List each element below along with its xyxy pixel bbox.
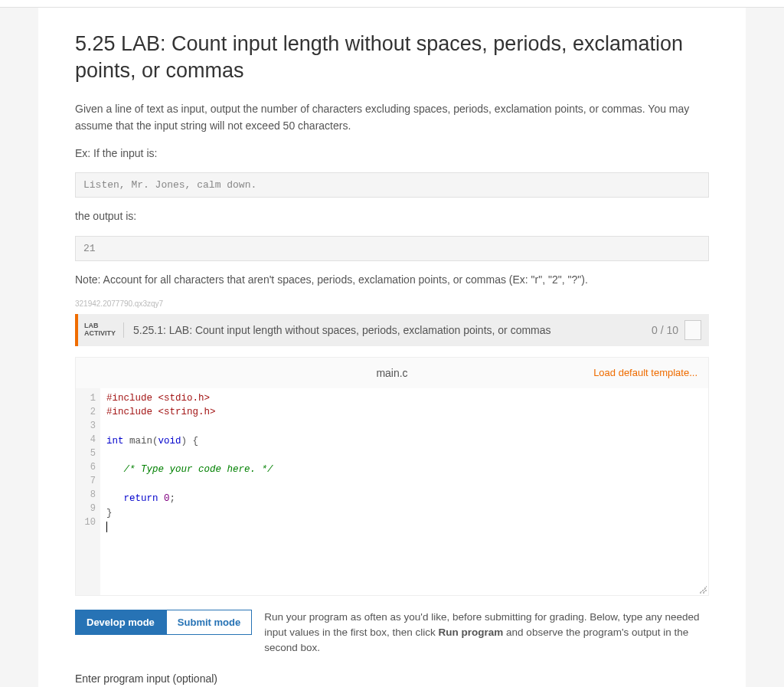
note-text: Note: Account for all characters that ar…	[75, 272, 709, 289]
tab-submit-mode[interactable]: Submit mode	[166, 610, 252, 635]
mode-row: Develop mode Submit mode Run your progra…	[75, 610, 709, 656]
lab-badge: LAB ACTIVITY	[84, 322, 124, 338]
program-input-label: Enter program input (optional)	[75, 672, 709, 685]
app-root: 5.25 LAB: Count input length without spa…	[0, 0, 784, 687]
problem-description: Given a line of text as input, output th…	[75, 101, 709, 134]
resize-handle[interactable]	[699, 586, 707, 594]
top-bar	[0, 0, 784, 8]
code-token: #include	[106, 393, 158, 404]
code-token: main(	[124, 436, 158, 447]
score-text: 0 / 10	[652, 324, 678, 336]
code-token: ) {	[181, 436, 199, 447]
lab-badge-line2: ACTIVITY	[84, 330, 116, 338]
editor-filename: main.c	[376, 367, 407, 379]
watermark: 321942.2077790.qx3zqy7	[75, 299, 709, 308]
load-default-template-link[interactable]: Load default template...	[593, 367, 697, 378]
code-token: ;	[170, 493, 176, 504]
code-token: <stdio.h>	[158, 393, 211, 404]
line-number: 9	[83, 502, 96, 515]
code-token: void	[158, 436, 181, 447]
editor-header: main.c Load default template...	[76, 358, 708, 388]
tab-develop-mode[interactable]: Develop mode	[75, 610, 166, 635]
code-token: <string.h>	[158, 407, 216, 417]
code-comment: /* Type your code here. */	[124, 464, 273, 475]
mode-tabs: Develop mode Submit mode	[75, 610, 252, 635]
line-gutter: 1 2 3 4 5 6 7 8 9 10	[76, 388, 100, 595]
example-output-block: 21	[75, 236, 709, 261]
line-number: 8	[83, 488, 96, 502]
code-area[interactable]: #include <stdio.h> #include <string.h> i…	[100, 388, 708, 595]
code-editor: main.c Load default template... 1 2 3 4 …	[75, 357, 709, 596]
example-output-label: the output is:	[75, 208, 709, 225]
mode-hint-bold: Run program	[439, 626, 504, 638]
code-token: int	[106, 436, 124, 447]
line-number: 6	[83, 460, 96, 474]
mode-hint: Run your program as often as you'd like,…	[264, 610, 709, 656]
code-token: }	[106, 508, 113, 519]
line-number: 1	[83, 391, 96, 405]
line-number: 5	[83, 447, 96, 460]
lab-title: 5.25.1: LAB: Count input length without …	[133, 324, 652, 336]
editor-body[interactable]: 1 2 3 4 5 6 7 8 9 10 #include <stdio.h> …	[76, 388, 708, 595]
code-token: return	[124, 493, 158, 504]
text-cursor	[106, 522, 107, 532]
line-number: 10	[83, 515, 96, 529]
line-number: 4	[83, 433, 96, 447]
example-input-block: Listen, Mr. Jones, calm down.	[75, 172, 709, 198]
lab-activity-header: LAB ACTIVITY 5.25.1: LAB: Count input le…	[75, 314, 709, 346]
score-box[interactable]	[684, 320, 701, 340]
page-title: 5.25 LAB: Count input length without spa…	[75, 31, 709, 84]
page-content: 5.25 LAB: Count input length without spa…	[38, 8, 746, 687]
code-token: 0	[164, 493, 170, 504]
code-token: #include	[106, 407, 158, 417]
example-input-label: Ex: If the input is:	[75, 146, 709, 162]
line-number: 3	[83, 419, 96, 433]
line-number: 2	[83, 405, 96, 419]
line-number: 7	[83, 474, 96, 488]
